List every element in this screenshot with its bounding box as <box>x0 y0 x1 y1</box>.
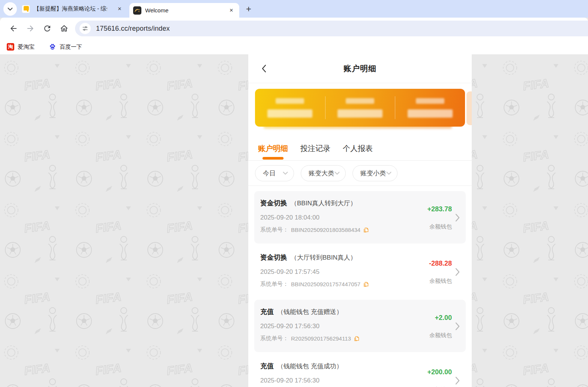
transaction-info: 充值（钱能钱包 充值赠送） 2025-09-20 17:56:30 系统单号： … <box>260 307 429 352</box>
site-settings-icon[interactable] <box>80 23 91 34</box>
transaction-amount-area: +2.00 余额钱包 <box>429 307 460 352</box>
filter-minor-type-dropdown[interactable]: 账变小类 <box>352 165 398 181</box>
app-panel: 账户明细 账户明细 投注记录 <box>248 54 472 387</box>
next-card-peek <box>466 91 472 125</box>
browser-tab-forum[interactable]: 【新提醒】海燕策略论坛 - 综合 ✕ <box>18 0 128 18</box>
blurred-value <box>267 109 312 118</box>
baidu-icon: du <box>49 43 56 51</box>
transaction-info: 充值（钱能钱包 充值成功） 2025-09-20 17:56:30 <box>260 362 427 387</box>
transaction-row[interactable]: 资金切换（BBIN真人转到大厅） 2025-09-20 18:04:00 系统单… <box>254 191 466 244</box>
transaction-datetime: 2025-09-20 17:56:30 <box>260 377 427 384</box>
wallet-label: 余额钱包 <box>429 223 452 230</box>
transaction-detail: （大厅转到BBIN真人） <box>291 254 357 261</box>
order-label: 系统单号： <box>260 335 288 342</box>
order-label: 系统单号： <box>260 226 288 233</box>
svg-text:du: du <box>51 47 54 49</box>
blurred-value <box>338 109 382 118</box>
bookmarks-bar: 淘 爱淘宝 du 百度一下 <box>0 39 588 54</box>
order-number: R202509201756294113 <box>291 335 351 342</box>
blurred-value <box>408 109 453 118</box>
blurred-label <box>276 98 304 104</box>
filter-label: 账变大类 <box>309 169 334 178</box>
summary-column <box>255 89 325 127</box>
summary-column <box>325 89 395 127</box>
transaction-row[interactable]: 充值（钱能钱包 充值赠送） 2025-09-20 17:56:30 系统单号： … <box>254 300 466 352</box>
transaction-row[interactable]: 充值（钱能钱包 充值成功） 2025-09-20 17:56:30 +200.0… <box>254 354 466 387</box>
transaction-amount-area: -288.28 余额钱包 <box>429 253 460 298</box>
transaction-amount-area: +200.00 余额钱包 <box>427 362 460 387</box>
transaction-type: 资金切换 <box>260 199 287 207</box>
report-tabs: 账户明细 投注记录 个人报表 <box>248 137 472 161</box>
transaction-detail: （钱能钱包 充值成功） <box>277 363 343 370</box>
tab-close-icon[interactable]: ✕ <box>227 6 236 15</box>
home-icon[interactable] <box>60 24 69 33</box>
welcome-favicon-icon <box>133 6 141 15</box>
transaction-amount: -288.28 <box>429 260 452 267</box>
new-tab-button[interactable]: + <box>243 3 254 15</box>
order-number: BBIN202509201757447057 <box>291 281 360 287</box>
copy-icon[interactable] <box>363 227 369 233</box>
browser-toolbar: 175616.cc/reports/index <box>0 18 588 39</box>
taobao-icon: 淘 <box>7 43 14 51</box>
transaction-amount: +283.78 <box>427 205 452 213</box>
tab-search-button[interactable] <box>3 2 17 16</box>
chevron-right-icon[interactable] <box>455 214 460 222</box>
summary-card-area <box>248 83 472 137</box>
wallet-label: 余额钱包 <box>429 278 452 285</box>
order-label: 系统单号： <box>260 281 288 288</box>
tab-personal-report[interactable]: 个人报表 <box>343 143 373 154</box>
tab-bet-records[interactable]: 投注记录 <box>300 143 330 154</box>
filter-row: 今日 账变大类 账变小类 <box>248 161 472 186</box>
tab-account-detail[interactable]: 账户明细 <box>258 143 288 154</box>
url-text[interactable]: 175616.cc/reports/index <box>96 25 170 33</box>
browser-tab-strip: 【新提醒】海燕策略论坛 - 综合 ✕ Welcome ✕ + <box>0 0 588 18</box>
transaction-amount-area: +283.78 余额钱包 <box>427 199 460 244</box>
tab-title: 【新提醒】海燕策略论坛 - 综合 <box>34 5 107 12</box>
blurred-label <box>346 98 374 104</box>
transaction-amount: +200.00 <box>427 368 452 376</box>
transaction-datetime: 2025-09-20 18:04:00 <box>260 214 427 221</box>
chevron-down-icon <box>283 172 288 175</box>
copy-icon[interactable] <box>354 336 359 342</box>
chevron-down-icon <box>8 7 13 11</box>
transaction-detail: （BBIN真人转到大厅） <box>291 200 357 207</box>
bookmark-aitaobao[interactable]: 淘 爱淘宝 <box>7 43 34 51</box>
transaction-type: 资金切换 <box>260 254 287 261</box>
copy-icon[interactable] <box>363 281 369 287</box>
bookmark-label: 百度一下 <box>60 43 82 51</box>
transaction-info: 资金切换（大厅转到BBIN真人） 2025-09-20 17:57:45 系统单… <box>260 253 429 298</box>
chevron-down-icon <box>334 172 340 175</box>
order-number: BBIN202509201803588434 <box>291 227 360 233</box>
forward-icon[interactable] <box>26 24 35 33</box>
back-icon[interactable] <box>9 24 18 33</box>
transaction-type: 充值 <box>260 308 274 315</box>
transaction-type: 充值 <box>260 362 274 370</box>
bookmark-baidu[interactable]: du 百度一下 <box>49 43 82 51</box>
balance-summary-card[interactable] <box>255 89 465 127</box>
blurred-label <box>416 98 444 104</box>
transaction-list: 资金切换（BBIN真人转到大厅） 2025-09-20 18:04:00 系统单… <box>248 186 472 387</box>
summary-column <box>395 89 465 127</box>
browser-tab-welcome[interactable]: Welcome ✕ <box>129 3 239 18</box>
chevron-right-icon[interactable] <box>455 377 460 385</box>
transaction-row[interactable]: 资金切换（大厅转到BBIN真人） 2025-09-20 17:57:45 系统单… <box>254 245 466 298</box>
tab-close-icon[interactable]: ✕ <box>116 5 124 13</box>
back-chevron-icon[interactable] <box>259 64 268 73</box>
reload-icon[interactable] <box>43 24 52 33</box>
filter-label: 今日 <box>263 169 276 178</box>
filter-date-dropdown[interactable]: 今日 <box>255 165 294 181</box>
tab-title: Welcome <box>145 7 168 13</box>
transaction-datetime: 2025-09-20 17:57:45 <box>260 268 429 276</box>
forum-favicon-icon <box>22 5 30 13</box>
address-bar[interactable]: 175616.cc/reports/index <box>75 21 588 36</box>
transaction-info: 资金切换（BBIN真人转到大厅） 2025-09-20 18:04:00 系统单… <box>260 199 427 244</box>
app-header: 账户明细 <box>248 54 472 83</box>
chevron-down-icon <box>386 172 392 175</box>
chevron-right-icon[interactable] <box>455 322 460 330</box>
filter-label: 账变小类 <box>360 169 386 178</box>
filter-major-type-dropdown[interactable]: 账变大类 <box>301 165 346 181</box>
chevron-right-icon[interactable] <box>455 268 460 276</box>
transaction-amount: +2.00 <box>435 314 452 322</box>
bookmark-label: 爱淘宝 <box>18 43 34 51</box>
transaction-datetime: 2025-09-20 17:56:30 <box>260 323 429 330</box>
